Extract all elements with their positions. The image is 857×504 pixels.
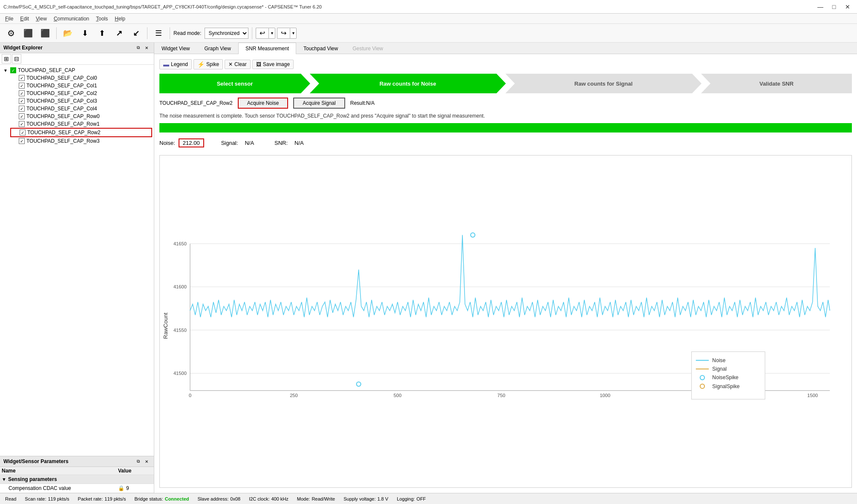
step-validate-snr[interactable]: Validate SNR [701,74,852,93]
main-layout: Widget Explorer ⧉ ✕ ⊞ ⊟ ▼ ✓ TOUCHPAD_SEL… [0,43,857,493]
tree-label-row1: TOUCHPAD_SELF_CAP_Row1 [26,121,100,127]
tree-item-col3[interactable]: ✓ TOUCHPAD_SELF_CAP_Col3 [10,97,152,105]
open-button[interactable]: 📂 [60,26,75,40]
sidebar-restore-button[interactable]: ⧉ [134,44,142,51]
menu-edit[interactable]: Edit [17,15,32,23]
tab-bar: Widget View Graph View SNR Measurement T… [154,43,857,54]
tree-item-col4[interactable]: ✓ TOUCHPAD_SELF_CAP_Col4 [10,105,152,112]
tree-item-col1[interactable]: ✓ TOUCHPAD_SELF_CAP_Col1 [10,82,152,89]
menu-tools[interactable]: Tools [92,15,111,23]
signal-value: N/A [241,139,257,147]
redo-dropdown-button[interactable]: ▼ [290,28,297,39]
menu-view[interactable]: View [32,15,50,23]
list-button[interactable]: ☰ [151,26,166,40]
tree-item-col2[interactable]: ✓ TOUCHPAD_SELF_CAP_Col2 [10,89,152,97]
param-cdac-name: Compensation CDAC value [9,485,118,491]
status-supply: Supply voltage: 1.8 V [343,496,388,501]
close-button[interactable]: ✕ [842,3,854,11]
redo-group: ↪ ▼ [277,28,297,39]
save-image-button[interactable]: 🖼 Save image [252,60,294,69]
chart-area: RawCount 41650 41600 41550 41500 [159,155,852,488]
param-table: Name Value ▼ Sensing parameters Compensa… [0,467,154,493]
titlebar: C:/mtw/PSoC_4_MSCLP_self-capacitance_tou… [0,0,857,14]
sidebar-header-buttons: ⧉ ✕ [134,44,150,51]
tree-checkbox-row2[interactable]: ✓ [20,130,26,135]
status-packet-rate: Packet rate: 119 pkts/s [78,496,126,501]
param-header-value: Value [118,468,152,474]
chart-svg: RawCount 41650 41600 41550 41500 [160,156,851,487]
menu-communication[interactable]: Communication [50,15,92,23]
param-row-cdac: Compensation CDAC value 🔒 9 [0,484,154,493]
action-row: TOUCHPAD_SELF_CAP_Row2 Acquire Noise Acq… [159,98,852,109]
import-button[interactable]: ↙ [128,26,144,40]
legend-button[interactable]: ▬ Legend [159,59,192,69]
param-cdac-value: 🔒 9 [118,485,152,491]
settings-button[interactable]: ⚙ [3,26,19,40]
tree-checkbox-col1[interactable]: ✓ [19,83,25,89]
legend-noise-label: Noise [712,357,725,363]
step-select-sensor[interactable]: Select sensor [159,74,310,93]
signal-measurement: Signal: N/A [221,139,257,147]
undo-button[interactable]: ↩ [256,28,268,39]
open-icon: 📂 [63,29,72,38]
sensor-panel-restore-button[interactable]: ⧉ [134,458,142,465]
tree-checkbox-col2[interactable]: ✓ [19,90,25,96]
svg-text:41550: 41550 [173,328,187,333]
tab-widget-view[interactable]: Widget View [154,43,197,54]
tree-item-col0[interactable]: ✓ TOUCHPAD_SELF_CAP_Col0 [10,74,152,82]
tab-snr-measurement[interactable]: SNR Measurement [238,43,296,54]
export-button[interactable]: ↗ [111,26,127,40]
legend-signal-label: Signal [712,366,727,372]
tree-checkbox-row3[interactable]: ✓ [19,138,25,144]
undo-dropdown-button[interactable]: ▼ [268,28,275,39]
tree-item-row0[interactable]: ✓ TOUCHPAD_SELF_CAP_Row0 [10,112,152,120]
download-icon: ⬇ [82,29,88,38]
tree-checkbox-col4[interactable]: ✓ [19,106,25,112]
section-expand-icon[interactable]: ▼ [2,477,6,482]
tree-checkbox-root[interactable]: ✓ [10,67,16,73]
collapse-all-button[interactable]: ⊟ [12,54,21,63]
tab-graph-view[interactable]: Graph View [197,43,238,54]
tree-label-col2: TOUCHPAD_SELF_CAP_Col2 [26,90,97,96]
clear-button[interactable]: ✕ Clear [225,60,251,69]
tree-checkbox-col3[interactable]: ✓ [19,98,25,104]
tree-item-root[interactable]: ▼ ✓ TOUCHPAD_SELF_CAP [2,66,152,74]
step-raw-signal[interactable]: Raw counts for Signal [505,74,701,93]
tree-item-row3[interactable]: ✓ TOUCHPAD_SELF_CAP_Row3 [10,137,152,145]
bridge-status-value: Connected [165,496,189,501]
sidebar-close-button[interactable]: ✕ [143,44,150,51]
minimize-button[interactable]: — [814,3,826,11]
acquire-noise-button[interactable]: Acquire Noise [238,98,289,109]
pause-button[interactable]: ⬛ [38,26,53,40]
menu-help[interactable]: Help [111,15,129,23]
tree-checkbox-col0[interactable]: ✓ [19,75,25,81]
download-button[interactable]: ⬇ [77,26,92,40]
acquire-signal-button[interactable]: Acquire Signal [293,98,345,109]
spike-button[interactable]: ⚡ Spike [193,59,223,69]
tree-expand-root[interactable]: ▼ [3,68,9,73]
tab-touchpad-view[interactable]: Touchpad View [296,43,345,54]
stop-button[interactable]: ⬛ [20,26,36,40]
menu-file[interactable]: File [2,15,17,23]
tree-item-row2[interactable]: ✓ TOUCHPAD_SELF_CAP_Row2 [10,128,152,137]
y-axis-label: RawCount [162,313,169,339]
snr-measurement: SNR: N/A [274,139,307,147]
read-mode-select[interactable]: Synchronized Continuous Single [205,28,248,39]
step-raw-noise[interactable]: Raw counts for Noise [310,74,506,93]
expand-all-button[interactable]: ⊞ [2,54,11,63]
tree-label-row3: TOUCHPAD_SELF_CAP_Row3 [26,138,100,144]
tree-checkbox-row1[interactable]: ✓ [19,121,25,127]
tree-item-row1[interactable]: ✓ TOUCHPAD_SELF_CAP_Row1 [10,120,152,128]
upload-button[interactable]: ⬆ [94,26,110,40]
noise-line [190,235,830,317]
param-header: Name Value [0,467,154,475]
separator-3 [170,27,170,39]
noise-measurement: Noise: 212.00 [159,138,204,147]
maximize-button[interactable]: □ [828,3,840,11]
status-i2c: I2C clock: 400 kHz [249,496,289,501]
sensor-panel-close-button[interactable]: ✕ [143,458,150,465]
tree-label-row0: TOUCHPAD_SELF_CAP_Row0 [26,113,100,119]
redo-button[interactable]: ↪ [277,28,290,39]
tree-checkbox-row0[interactable]: ✓ [19,113,25,119]
undo-icon: ↩ [260,29,265,37]
